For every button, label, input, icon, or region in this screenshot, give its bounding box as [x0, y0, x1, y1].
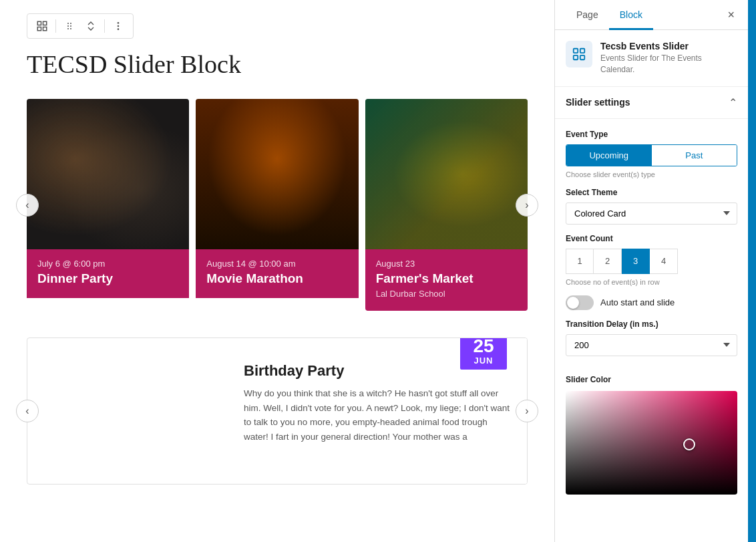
date-badge: 25 JUN [460, 337, 507, 370]
toolbar-divider [55, 19, 56, 33]
upcoming-button[interactable]: Upcoming [566, 145, 652, 166]
slider-1: ‹ July 6 @ 6:00 pm Dinner Party August 1… [27, 99, 528, 311]
plugin-info: Tecsb Events Slider Events Slider for Th… [555, 30, 748, 87]
close-button[interactable]: × [725, 5, 737, 25]
svg-rect-13 [574, 49, 578, 53]
card-date-1: July 6 @ 6:00 pm [37, 259, 178, 269]
slider-color-label: Slider Color [566, 375, 737, 384]
svg-rect-1 [43, 21, 47, 25]
event-type-toggle: Upcoming Past [566, 144, 737, 166]
panel-tabs: Page Block × [555, 0, 748, 30]
section-title: Slider settings [566, 97, 630, 108]
svg-point-11 [118, 25, 120, 27]
collapse-icon: ⌃ [729, 96, 737, 109]
slider-list: 25 JUN Birthday Party Why do you think t… [27, 337, 528, 485]
svg-rect-3 [43, 27, 47, 31]
select-theme-label: Select Theme [566, 188, 737, 197]
color-picker[interactable] [566, 391, 737, 495]
auto-slide-row: Auto start and slide [566, 295, 737, 310]
card-date-2: August 14 @ 10:00 am [206, 259, 347, 269]
card-title-2: Movie Marathon [206, 271, 347, 286]
slider2-prev-button[interactable]: ‹ [16, 400, 39, 422]
sidebar-panel: Page Block × Tecsb Events Slider Events … [554, 0, 748, 542]
count-4-button[interactable]: 4 [650, 249, 678, 274]
card-image-1 [27, 99, 189, 249]
svg-point-9 [70, 28, 71, 29]
card-title-3: Farmer's Market [376, 271, 517, 286]
svg-point-10 [118, 22, 120, 24]
card-footer-3: August 23 Farmer's Market Lal Durbar Sch… [365, 249, 528, 311]
event-card-2[interactable]: August 14 @ 10:00 am Movie Marathon [196, 99, 358, 311]
list-event-text: Why do you think that she is a witch? He… [244, 386, 511, 444]
auto-slide-label: Auto start and slide [600, 297, 675, 307]
plugin-name: Tecsb Events Slider [600, 41, 737, 51]
svg-rect-16 [580, 55, 584, 59]
past-button[interactable]: Past [652, 145, 737, 166]
card-date-3: August 23 [376, 259, 517, 269]
auto-slide-toggle[interactable] [566, 295, 594, 310]
page-title: TECSD Slider Block [27, 49, 528, 79]
badge-day: 25 [460, 337, 507, 356]
event-card-1[interactable]: July 6 @ 6:00 pm Dinner Party [27, 99, 189, 311]
count-3-button[interactable]: 3 [622, 249, 650, 274]
color-handle [683, 438, 695, 450]
card-footer-1: July 6 @ 6:00 pm Dinner Party [27, 249, 189, 298]
slider-prev-button[interactable]: ‹ [16, 194, 39, 217]
svg-point-4 [67, 23, 69, 24]
svg-point-7 [70, 25, 71, 27]
transition-delay-label: Transition Delay (in ms.) [566, 319, 737, 329]
delay-select[interactable]: 200 300 500 1000 [566, 334, 737, 356]
slider2-next-button[interactable]: › [516, 400, 538, 422]
main-content: TECSD Slider Block ‹ July 6 @ 6:00 pm Di… [0, 0, 554, 542]
section-header[interactable]: Slider settings ⌃ [555, 87, 748, 119]
svg-point-8 [67, 28, 69, 29]
event-type-label: Event Type [566, 130, 737, 139]
right-edge-bar [748, 0, 756, 542]
block-icon[interactable] [33, 17, 51, 35]
plugin-icon [566, 41, 592, 67]
slider-2: ‹ 25 JUN Birthday Party Why do you think… [27, 337, 528, 485]
svg-rect-2 [37, 27, 41, 31]
slider-next-button[interactable]: › [516, 194, 538, 217]
count-1-button[interactable]: 1 [566, 249, 594, 274]
card-title-1: Dinner Party [37, 271, 178, 286]
theme-select[interactable]: Colored Card List View Grid View [566, 202, 737, 225]
toolbar-divider-2 [104, 19, 105, 33]
count-2-button[interactable]: 2 [594, 249, 622, 274]
event-card-3[interactable]: August 23 Farmer's Market Lal Durbar Sch… [365, 99, 528, 311]
drag-handle-icon[interactable] [60, 17, 79, 35]
svg-rect-14 [580, 49, 584, 53]
reorder-icon[interactable] [81, 17, 100, 35]
block-toolbar [27, 13, 134, 39]
card-location-3: Lal Durbar School [376, 289, 517, 299]
list-content: 25 JUN Birthday Party Why do you think t… [228, 338, 527, 484]
svg-rect-0 [37, 21, 41, 25]
slider-cards: July 6 @ 6:00 pm Dinner Party August 14 … [27, 99, 528, 311]
plugin-details: Tecsb Events Slider Events Slider for Th… [600, 41, 737, 76]
badge-month: JUN [460, 356, 507, 366]
svg-rect-15 [574, 55, 578, 59]
card-image-2 [196, 99, 358, 249]
svg-point-12 [118, 28, 120, 30]
event-count-hint: Choose no of event(s) in row [566, 278, 737, 286]
tab-block[interactable]: Block [609, 0, 653, 30]
event-type-hint: Choose slider event(s) type [566, 170, 737, 178]
card-footer-2: August 14 @ 10:00 am Movie Marathon [196, 249, 358, 298]
svg-point-6 [67, 25, 69, 27]
card-image-3 [365, 99, 528, 249]
delay-select-wrapper: 200 300 500 1000 [566, 334, 737, 366]
settings-content: Event Type Upcoming Past Choose slider e… [555, 119, 748, 505]
event-count-label: Event Count [566, 234, 737, 243]
count-group: 1 2 3 4 [566, 249, 737, 274]
plugin-desc: Events Slider for The Events Calendar. [600, 53, 737, 76]
svg-point-5 [70, 23, 71, 24]
more-options-icon[interactable] [109, 17, 128, 35]
tab-page[interactable]: Page [566, 0, 609, 30]
